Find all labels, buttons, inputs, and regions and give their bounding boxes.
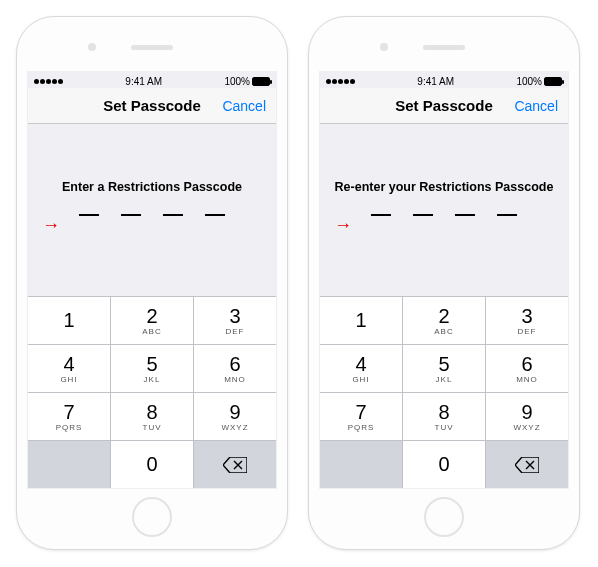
status-bar: 9:41 AM 100% bbox=[320, 72, 568, 88]
passcode-field[interactable] bbox=[328, 214, 560, 216]
passcode-digit bbox=[413, 214, 433, 216]
keypad-key-number: 8 bbox=[438, 402, 449, 422]
keypad-key-7[interactable]: 7PQRS bbox=[320, 392, 403, 440]
keypad-key-letters: ABC bbox=[142, 327, 161, 336]
keypad-key-letters: DEF bbox=[226, 327, 245, 336]
keypad-key-4[interactable]: 4GHI bbox=[320, 344, 403, 392]
keypad-key-letters: WXYZ bbox=[513, 423, 540, 432]
pointer-arrow-icon: → bbox=[42, 216, 60, 234]
nav-title: Set Passcode bbox=[395, 97, 493, 114]
keypad-key-5[interactable]: 5JKL bbox=[403, 344, 486, 392]
pointer-arrow-icon: → bbox=[334, 216, 352, 234]
keypad-key-letters: MNO bbox=[224, 375, 246, 384]
keypad-blank bbox=[28, 440, 111, 488]
keypad-key-number: 0 bbox=[146, 454, 157, 474]
phone-frame: 9:41 AM 100% Set Passcode Cancel Re-ente… bbox=[308, 16, 580, 550]
keypad-key-number: 5 bbox=[438, 354, 449, 374]
camera-dot bbox=[88, 43, 96, 51]
battery-percent: 100% bbox=[224, 76, 250, 87]
keypad-key-number: 3 bbox=[229, 306, 240, 326]
keypad-key-9[interactable]: 9WXYZ bbox=[486, 392, 568, 440]
number-keypad: 12ABC3DEF4GHI5JKL6MNO7PQRS8TUV9WXYZ0 bbox=[320, 296, 568, 488]
camera-dot bbox=[380, 43, 388, 51]
status-right: 100% bbox=[516, 76, 562, 87]
keypad-key-letters: GHI bbox=[60, 375, 77, 384]
keypad-key-7[interactable]: 7PQRS bbox=[28, 392, 111, 440]
keypad-key-4[interactable]: 4GHI bbox=[28, 344, 111, 392]
keypad-key-3[interactable]: 3DEF bbox=[194, 296, 276, 344]
keypad-key-6[interactable]: 6MNO bbox=[486, 344, 568, 392]
stage: 9:41 AM 100% Set Passcode Cancel Enter a… bbox=[0, 0, 598, 566]
keypad-key-number: 9 bbox=[521, 402, 532, 422]
keypad-key-number: 8 bbox=[146, 402, 157, 422]
keypad-key-number: 5 bbox=[146, 354, 157, 374]
passcode-field[interactable] bbox=[36, 214, 268, 216]
keypad-key-3[interactable]: 3DEF bbox=[486, 296, 568, 344]
keypad-key-0[interactable]: 0 bbox=[111, 440, 194, 488]
passcode-digit bbox=[121, 214, 141, 216]
number-keypad: 12ABC3DEF4GHI5JKL6MNO7PQRS8TUV9WXYZ0 bbox=[28, 296, 276, 488]
prompt-text: Re-enter your Restrictions Passcode bbox=[328, 180, 560, 194]
home-button[interactable] bbox=[132, 497, 172, 537]
screen: 9:41 AM 100% Set Passcode Cancel Enter a… bbox=[27, 71, 277, 489]
keypad-key-letters: DEF bbox=[518, 327, 537, 336]
keypad-key-letters: TUV bbox=[435, 423, 454, 432]
backspace-icon bbox=[515, 457, 539, 473]
cancel-button[interactable]: Cancel bbox=[222, 98, 266, 114]
phone-frame: 9:41 AM 100% Set Passcode Cancel Enter a… bbox=[16, 16, 288, 550]
keypad-delete-button[interactable] bbox=[486, 440, 568, 488]
keypad-key-letters: JKL bbox=[436, 375, 453, 384]
keypad-key-8[interactable]: 8TUV bbox=[403, 392, 486, 440]
passcode-digit bbox=[205, 214, 225, 216]
prompt-area: Re-enter your Restrictions Passcode → bbox=[320, 124, 568, 216]
passcode-digit bbox=[79, 214, 99, 216]
keypad-key-number: 4 bbox=[63, 354, 74, 374]
keypad-key-number: 6 bbox=[521, 354, 532, 374]
keypad-key-number: 4 bbox=[355, 354, 366, 374]
keypad-key-letters: PQRS bbox=[56, 423, 83, 432]
keypad-key-5[interactable]: 5JKL bbox=[111, 344, 194, 392]
keypad-key-number: 0 bbox=[438, 454, 449, 474]
screen: 9:41 AM 100% Set Passcode Cancel Re-ente… bbox=[319, 71, 569, 489]
prompt-area: Enter a Restrictions Passcode → bbox=[28, 124, 276, 216]
backspace-icon bbox=[223, 457, 247, 473]
keypad-key-number: 1 bbox=[355, 310, 366, 330]
status-time: 9:41 AM bbox=[125, 76, 162, 87]
keypad-key-number: 7 bbox=[63, 402, 74, 422]
keypad-key-letters: TUV bbox=[143, 423, 162, 432]
keypad-blank bbox=[320, 440, 403, 488]
home-button[interactable] bbox=[424, 497, 464, 537]
keypad-key-1[interactable]: 1 bbox=[320, 296, 403, 344]
keypad-key-letters: MNO bbox=[516, 375, 538, 384]
keypad-key-letters: GHI bbox=[352, 375, 369, 384]
passcode-digit bbox=[455, 214, 475, 216]
status-bar: 9:41 AM 100% bbox=[28, 72, 276, 88]
battery-percent: 100% bbox=[516, 76, 542, 87]
battery-icon bbox=[252, 77, 270, 86]
signal-dots-icon bbox=[34, 79, 63, 84]
nav-bar: Set Passcode Cancel bbox=[28, 88, 276, 124]
keypad-key-2[interactable]: 2ABC bbox=[403, 296, 486, 344]
cancel-button[interactable]: Cancel bbox=[514, 98, 558, 114]
keypad-key-number: 1 bbox=[63, 310, 74, 330]
nav-title: Set Passcode bbox=[103, 97, 201, 114]
keypad-key-1[interactable]: 1 bbox=[28, 296, 111, 344]
nav-bar: Set Passcode Cancel bbox=[320, 88, 568, 124]
passcode-digit bbox=[371, 214, 391, 216]
keypad-key-9[interactable]: 9WXYZ bbox=[194, 392, 276, 440]
keypad-key-number: 3 bbox=[521, 306, 532, 326]
keypad-key-0[interactable]: 0 bbox=[403, 440, 486, 488]
passcode-digit bbox=[163, 214, 183, 216]
keypad-key-letters: ABC bbox=[434, 327, 453, 336]
signal-dots-icon bbox=[326, 79, 355, 84]
keypad-key-2[interactable]: 2ABC bbox=[111, 296, 194, 344]
keypad-key-number: 6 bbox=[229, 354, 240, 374]
keypad-key-letters: WXYZ bbox=[221, 423, 248, 432]
keypad-key-number: 7 bbox=[355, 402, 366, 422]
keypad-delete-button[interactable] bbox=[194, 440, 276, 488]
keypad-key-6[interactable]: 6MNO bbox=[194, 344, 276, 392]
status-time: 9:41 AM bbox=[417, 76, 454, 87]
speaker-slot bbox=[131, 45, 173, 50]
battery-icon bbox=[544, 77, 562, 86]
keypad-key-8[interactable]: 8TUV bbox=[111, 392, 194, 440]
